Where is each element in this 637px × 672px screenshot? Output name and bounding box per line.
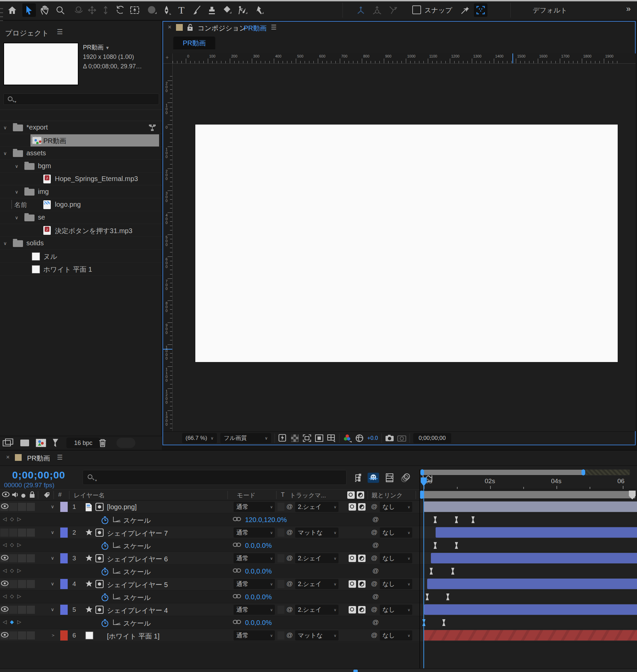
- tree-item-label[interactable]: assets: [26, 149, 46, 157]
- parent-dropdown[interactable]: なし∨: [380, 630, 412, 640]
- local-axis-mode-icon[interactable]: [354, 3, 368, 17]
- stopwatch-icon[interactable]: [101, 541, 109, 552]
- switch-cell[interactable]: [18, 503, 26, 511]
- property-value[interactable]: 0.0,0.0%: [245, 567, 272, 575]
- matte-pickwhip-icon[interactable]: @: [286, 580, 293, 587]
- panel-menu-icon[interactable]: ☰: [57, 453, 62, 461]
- t-column-header[interactable]: T: [281, 491, 285, 499]
- parent-dropdown[interactable]: なし∨: [380, 579, 412, 589]
- property-value[interactable]: 0.0,0.0%: [245, 542, 272, 549]
- exposure-value[interactable]: +0.0: [367, 435, 378, 441]
- property-pickwhip-icon[interactable]: @: [372, 567, 379, 575]
- property-pickwhip-icon[interactable]: @: [372, 516, 379, 523]
- show-snapshot-icon[interactable]: [397, 434, 406, 443]
- layer-expand-chevron[interactable]: ＞: [51, 632, 55, 638]
- switch-cell[interactable]: [27, 528, 35, 537]
- matte-switch-icon[interactable]: [349, 555, 356, 562]
- layer-label-color[interactable]: [60, 605, 68, 615]
- switch-cell[interactable]: [27, 606, 35, 614]
- project-settings-icon[interactable]: [52, 438, 59, 449]
- keyframe-row[interactable]: [419, 539, 637, 552]
- layer-duration-row[interactable]: [419, 552, 637, 565]
- viewer-comp-button[interactable]: PR動画: [173, 37, 215, 50]
- camera-tool-icon[interactable]: [128, 3, 142, 17]
- matte-pickwhip-icon[interactable]: @: [286, 528, 293, 536]
- layer-label-color[interactable]: [60, 553, 68, 563]
- timeline-time-ruler[interactable]: 00s02s04s06: [419, 475, 637, 489]
- switch-cell[interactable]: [18, 528, 26, 537]
- eraser-tool-icon[interactable]: [220, 3, 234, 17]
- bit-depth-button[interactable]: 16 bpc: [66, 437, 100, 448]
- switch-cell[interactable]: [18, 606, 26, 614]
- switch-cell[interactable]: [18, 631, 26, 639]
- unlock-icon[interactable]: [187, 24, 194, 33]
- track-matte-dropdown[interactable]: 2.シェイ∨: [295, 553, 339, 563]
- parent-pickwhip-icon[interactable]: @: [371, 503, 377, 510]
- switch-cell[interactable]: [27, 580, 35, 588]
- tree-item-label[interactable]: ヌル: [43, 252, 57, 261]
- solo-column-icon[interactable]: [21, 493, 26, 500]
- property-row[interactable]: ◁◇▷スケール120.0,120.0%@: [0, 513, 419, 526]
- work-area-bar[interactable]: [420, 491, 636, 499]
- track-matte-dropdown[interactable]: 2.シェイ∨: [295, 579, 339, 589]
- tree-expand-chevron[interactable]: ∨: [15, 164, 18, 169]
- tree-expand-chevron[interactable]: ∨: [15, 215, 18, 220]
- project-item-name[interactable]: PR動画 ▼: [83, 43, 110, 52]
- tree-row-audio[interactable]: Hope_Springs_Eternal.mp3: [0, 172, 162, 185]
- track-matte-dropdown[interactable]: マットな∨: [295, 527, 339, 538]
- motion-blur-switch-icon[interactable]: [358, 580, 366, 588]
- tree-row-folder[interactable]: ∨img: [0, 185, 162, 198]
- composition-flowchart-icon[interactable]: [353, 473, 364, 483]
- keyframe-icon[interactable]: [442, 619, 446, 626]
- blend-mode-dropdown[interactable]: 通常∨: [234, 579, 275, 589]
- number-column-header[interactable]: #: [58, 491, 61, 499]
- parent-pickwhip-icon[interactable]: @: [371, 554, 377, 562]
- flowchart-icon[interactable]: [149, 125, 157, 131]
- property-row[interactable]: ◁◇▷スケール0.0,0.0%@: [0, 565, 419, 578]
- time-navigator-track[interactable]: [420, 469, 630, 475]
- matte-switch-icon[interactable]: [349, 606, 356, 614]
- orbit-camera-tool-icon[interactable]: [72, 3, 85, 17]
- lock-column-icon[interactable]: [29, 491, 35, 500]
- collapse-transforms-icon[interactable]: [95, 528, 104, 538]
- parent-pickwhip-icon[interactable]: @: [371, 606, 377, 613]
- layer-duration-bar[interactable]: [431, 553, 637, 563]
- layer-duration-row[interactable]: [419, 578, 637, 591]
- tree-item-label[interactable]: solids: [26, 239, 44, 247]
- tree-expand-chevron[interactable]: ∨: [3, 241, 7, 246]
- navigator-end-handle[interactable]: [582, 469, 585, 475]
- switch-cell[interactable]: [9, 631, 17, 639]
- pan-camera-tool-icon[interactable]: [85, 3, 99, 17]
- property-name[interactable]: スケール: [123, 593, 151, 602]
- parent-dropdown[interactable]: なし∨: [380, 502, 412, 512]
- parent-dropdown[interactable]: なし∨: [380, 605, 412, 615]
- layer-list-empty-area[interactable]: [0, 643, 419, 669]
- property-value[interactable]: 120.0,120.0%: [245, 516, 287, 524]
- layer-name[interactable]: シェイプレイヤー 7: [107, 529, 168, 538]
- preserve-transparency-cell[interactable]: [277, 631, 284, 639]
- stopwatch-icon[interactable]: [101, 516, 109, 526]
- region-of-interest-icon[interactable]: [303, 434, 311, 443]
- switch-cell[interactable]: [9, 554, 17, 562]
- layer-duration-bar[interactable]: [424, 604, 637, 615]
- keyframe-icon[interactable]: [433, 542, 437, 549]
- timeline-bottom-scrollbar[interactable]: [0, 669, 637, 672]
- property-row[interactable]: ◁◇▷スケール0.0,0.0%@: [0, 591, 419, 603]
- layer-duration-bar[interactable]: [424, 502, 637, 512]
- keyframe-navigator[interactable]: ◁◇▷: [3, 567, 25, 574]
- switch-cell[interactable]: [27, 631, 35, 639]
- blend-mode-dropdown[interactable]: 通常∨: [234, 553, 275, 563]
- property-value[interactable]: 0.0,0.0%: [245, 593, 272, 601]
- tree-item-label[interactable]: bgm: [38, 162, 51, 170]
- keyframe-row[interactable]: [419, 616, 637, 629]
- preserve-transparency-cell[interactable]: [277, 580, 284, 588]
- project-search-input[interactable]: ▾: [3, 93, 159, 105]
- pen-tool-icon[interactable]: [160, 3, 173, 17]
- tree-row-folder[interactable]: ∨bgm: [0, 160, 162, 172]
- preserve-transparency-cell[interactable]: [277, 503, 284, 511]
- layer-name[interactable]: シェイプレイヤー 4: [107, 606, 168, 615]
- stopwatch-icon[interactable]: [101, 567, 109, 577]
- playhead-line[interactable]: [423, 478, 424, 668]
- rotation-tool-icon[interactable]: [114, 3, 127, 17]
- track-matte-dropdown[interactable]: 2.シェイ∨: [295, 502, 339, 512]
